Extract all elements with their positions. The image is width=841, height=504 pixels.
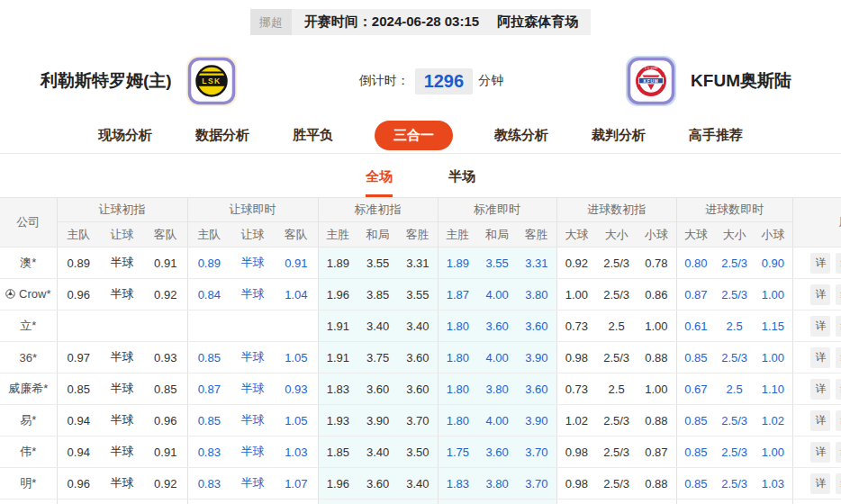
detail-button[interactable]: 详 <box>810 316 830 337</box>
live-odds-cell[interactable]: 1.03 <box>275 436 318 468</box>
live-odds-cell[interactable]: 4.00 <box>477 342 517 374</box>
live-odds-cell[interactable]: 2.5/3 <box>715 342 754 374</box>
live-odds-cell[interactable]: 0.80 <box>676 248 715 279</box>
detail-button[interactable]: 详 <box>810 410 830 431</box>
live-odds-cell[interactable]: 半球 <box>231 342 275 374</box>
live-odds-cell[interactable]: 1.89 <box>438 248 477 279</box>
live-odds-cell[interactable]: 0.85 <box>187 342 231 374</box>
live-odds-cell[interactable]: 3.70 <box>517 468 556 500</box>
detail-button[interactable]: 详 <box>810 379 830 400</box>
live-odds-cell[interactable]: 3.60 <box>517 374 556 405</box>
live-odds-cell[interactable]: 0.90 <box>754 248 792 279</box>
tab-coach-analysis[interactable]: 教练分析 <box>493 122 550 149</box>
live-odds-cell[interactable]: 1.80 <box>438 310 477 342</box>
live-odds-cell[interactable]: 半球 <box>231 405 275 436</box>
live-odds-cell[interactable]: 1.02 <box>754 405 792 436</box>
live-odds-cell[interactable]: 2.5/3 <box>715 279 754 310</box>
live-odds-cell[interactable] <box>187 310 231 342</box>
live-odds-cell[interactable]: 2.5/3 <box>715 405 754 436</box>
live-odds-cell[interactable] <box>715 500 754 504</box>
stats-button[interactable]: 统 <box>836 347 841 368</box>
live-odds-cell[interactable]: 2.5/3 <box>715 248 754 279</box>
live-odds-cell[interactable]: 1.15 <box>754 310 792 342</box>
live-odds-cell[interactable]: 半球 <box>231 279 275 310</box>
live-odds-cell[interactable] <box>231 500 275 504</box>
tab-expert-picks[interactable]: 高手推荐 <box>687 122 745 149</box>
stats-button[interactable]: 统 <box>836 442 841 463</box>
live-odds-cell[interactable]: 3.31 <box>517 248 556 279</box>
live-odds-cell[interactable] <box>676 500 715 504</box>
detail-button[interactable]: 详 <box>810 442 830 463</box>
tab-live-analysis[interactable]: 现场分析 <box>96 122 154 149</box>
live-odds-cell[interactable]: 1.87 <box>438 279 477 310</box>
live-odds-cell[interactable]: 0.83 <box>187 436 231 468</box>
live-odds-cell[interactable] <box>187 500 231 504</box>
live-odds-cell[interactable]: 3.70 <box>517 436 556 468</box>
stats-button[interactable]: 统 <box>836 379 841 400</box>
live-odds-cell[interactable]: 3.80 <box>477 374 517 405</box>
tab-data-analysis[interactable]: 数据分析 <box>194 122 251 149</box>
live-odds-cell[interactable]: 2.5/3 <box>715 436 754 468</box>
live-odds-cell[interactable]: 1.05 <box>275 342 318 374</box>
stats-button[interactable]: 统 <box>836 253 841 274</box>
stats-button[interactable]: 统 <box>836 284 841 305</box>
live-odds-cell[interactable]: 3.60 <box>477 310 517 342</box>
live-odds-cell[interactable]: 4.00 <box>477 405 517 436</box>
live-odds-cell[interactable] <box>275 310 318 342</box>
live-odds-cell[interactable]: 半球 <box>231 248 275 279</box>
tab-full-time[interactable]: 全场 <box>366 168 393 197</box>
live-odds-cell[interactable]: 0.67 <box>676 374 715 405</box>
live-odds-cell[interactable]: 1.04 <box>275 279 318 310</box>
live-odds-cell[interactable]: 0.89 <box>187 248 231 279</box>
live-odds-cell[interactable]: 0.93 <box>275 374 318 405</box>
live-odds-cell[interactable] <box>477 500 517 504</box>
live-odds-cell[interactable]: 3.90 <box>517 342 556 374</box>
tab-referee-analysis[interactable]: 裁判分析 <box>590 122 647 149</box>
live-odds-cell[interactable]: 2.5 <box>715 374 754 405</box>
stats-button[interactable]: 统 <box>836 316 841 337</box>
live-odds-cell[interactable]: 0.91 <box>275 248 318 279</box>
live-odds-cell[interactable]: 半球 <box>231 374 275 405</box>
stats-button[interactable]: 统 <box>836 473 841 494</box>
live-odds-cell[interactable]: 2.5/3 <box>715 468 754 500</box>
live-odds-cell[interactable]: 1.80 <box>438 374 477 405</box>
live-odds-cell[interactable]: 1.75 <box>438 436 477 468</box>
live-odds-cell[interactable]: 0.84 <box>187 279 231 310</box>
live-odds-cell[interactable]: 0.85 <box>676 468 715 500</box>
tab-three-in-one[interactable]: 三合一 <box>375 121 453 150</box>
live-odds-cell[interactable]: 1.10 <box>754 374 792 405</box>
live-odds-cell[interactable]: 0.87 <box>676 279 715 310</box>
live-odds-cell[interactable]: 1.05 <box>275 405 318 436</box>
live-odds-cell[interactable]: 0.61 <box>676 310 715 342</box>
live-odds-cell[interactable]: 3.60 <box>477 436 517 468</box>
tab-win-draw-lose[interactable]: 胜平负 <box>291 122 335 149</box>
live-odds-cell[interactable] <box>231 310 275 342</box>
stats-button[interactable]: 统 <box>836 410 841 431</box>
live-odds-cell[interactable]: 0.83 <box>187 468 231 500</box>
live-odds-cell[interactable]: 4.00 <box>477 279 517 310</box>
live-odds-cell[interactable]: 3.80 <box>517 279 556 310</box>
tab-half-time[interactable]: 半场 <box>448 168 475 197</box>
live-odds-cell[interactable]: 1.03 <box>754 468 792 500</box>
live-odds-cell[interactable]: 0.85 <box>676 405 715 436</box>
live-odds-cell[interactable]: 0.85 <box>676 342 715 374</box>
live-odds-cell[interactable] <box>754 500 792 504</box>
live-odds-cell[interactable]: 半球 <box>231 436 275 468</box>
detail-button[interactable]: 详 <box>810 253 830 274</box>
live-odds-cell[interactable]: 1.07 <box>275 468 318 500</box>
live-odds-cell[interactable] <box>275 500 318 504</box>
live-odds-cell[interactable]: 3.55 <box>477 248 517 279</box>
live-odds-cell[interactable]: 1.00 <box>754 342 792 374</box>
detail-button[interactable]: 详 <box>810 347 830 368</box>
live-odds-cell[interactable]: 1.00 <box>754 279 792 310</box>
live-odds-cell[interactable] <box>438 500 477 504</box>
detail-button[interactable]: 详 <box>810 284 830 305</box>
live-odds-cell[interactable]: 0.87 <box>187 374 231 405</box>
live-odds-cell[interactable]: 0.85 <box>187 405 231 436</box>
live-odds-cell[interactable]: 1.83 <box>438 468 477 500</box>
live-odds-cell[interactable]: 3.80 <box>477 468 517 500</box>
live-odds-cell[interactable]: 3.90 <box>517 405 556 436</box>
live-odds-cell[interactable]: 1.00 <box>754 436 792 468</box>
live-odds-cell[interactable]: 半球 <box>231 468 275 500</box>
live-odds-cell[interactable]: 1.80 <box>438 342 477 374</box>
